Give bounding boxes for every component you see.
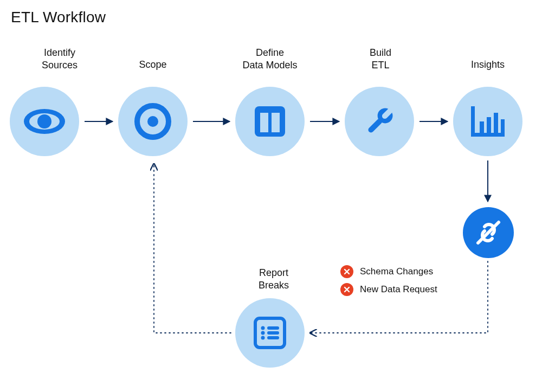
svg-rect-9	[367, 118, 383, 134]
issue-schema-changes: Schema Changes	[340, 265, 433, 278]
svg-rect-22	[267, 331, 279, 335]
page-title: ETL Workflow	[11, 9, 106, 26]
node-define-models	[235, 87, 305, 156]
svg-point-5	[147, 116, 158, 127]
arrow-report-to-scope	[154, 164, 231, 333]
list-icon	[253, 316, 287, 350]
svg-rect-23	[267, 336, 279, 339]
label-build-etl: Build ETL	[348, 47, 413, 71]
svg-point-3	[37, 114, 51, 128]
svg-point-20	[261, 336, 265, 340]
diagram-canvas: ETL Workflow Identify Sources Scope Defi…	[0, 0, 542, 392]
node-scope	[118, 87, 188, 156]
svg-point-19	[261, 331, 265, 335]
issue-label: Schema Changes	[360, 266, 433, 277]
node-broken-link	[463, 207, 514, 258]
error-icon	[340, 283, 353, 296]
svg-rect-7	[260, 113, 268, 132]
label-define-models: Define Data Models	[221, 47, 319, 71]
node-report-breaks	[235, 298, 305, 368]
node-build-etl	[345, 87, 414, 156]
svg-rect-15	[501, 119, 505, 133]
issue-new-data-request: New Data Request	[340, 283, 437, 296]
svg-rect-14	[494, 113, 498, 133]
svg-rect-10	[471, 106, 475, 137]
target-icon	[134, 102, 172, 140]
svg-point-18	[261, 326, 265, 330]
svg-rect-11	[471, 133, 505, 137]
eye-icon	[23, 108, 66, 135]
svg-rect-6	[255, 106, 285, 137]
error-icon	[340, 265, 353, 278]
issue-label: New Data Request	[360, 284, 437, 295]
node-identify-sources	[10, 87, 79, 156]
svg-rect-8	[272, 113, 280, 132]
label-identify-sources: Identify Sources	[22, 47, 98, 71]
broken-link-icon	[474, 218, 503, 247]
node-insights	[453, 87, 522, 156]
label-report-breaks: Report Breaks	[233, 267, 314, 291]
svg-rect-21	[267, 326, 279, 330]
svg-rect-12	[480, 121, 484, 133]
wrench-icon	[360, 102, 398, 140]
label-scope: Scope	[120, 59, 185, 71]
bar-chart-icon	[470, 105, 506, 138]
svg-rect-13	[487, 117, 491, 133]
columns-icon	[253, 104, 287, 139]
label-insights: Insights	[455, 59, 520, 71]
